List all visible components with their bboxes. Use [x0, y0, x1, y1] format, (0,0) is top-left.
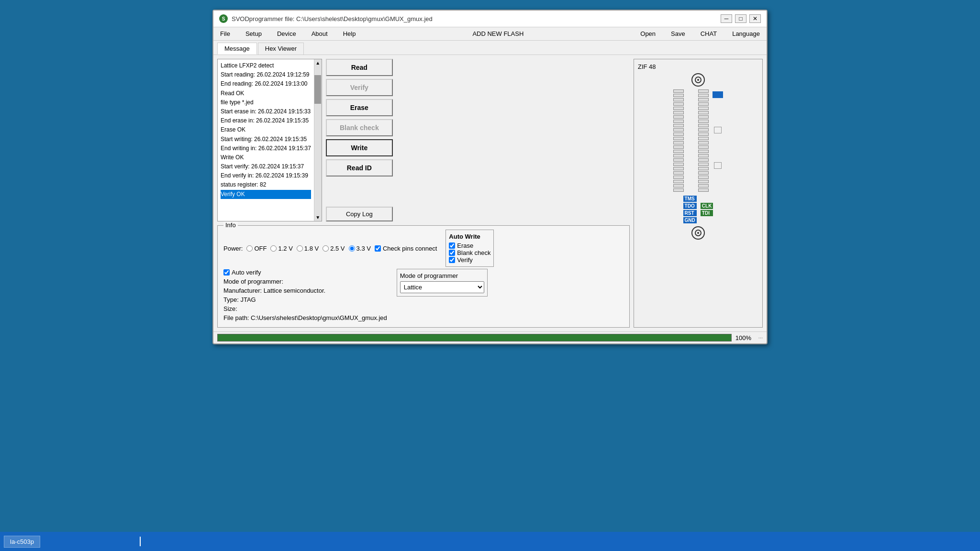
- log-scrollbar[interactable]: ▲ ▼: [314, 59, 322, 221]
- log-line: Start verify: 26.02.2024 19:15:37: [221, 162, 311, 171]
- power-label: Power:: [223, 245, 243, 252]
- maximize-button[interactable]: □: [735, 14, 746, 23]
- log-line: Start erase in: 26.02.2024 19:15:33: [221, 107, 311, 116]
- power-33v-option[interactable]: 3.3 V: [349, 245, 371, 252]
- size-label: Size:: [223, 305, 237, 312]
- log-line: End verify in: 26.02.2024 19:15:39: [221, 171, 311, 180]
- write-button[interactable]: Write: [326, 139, 393, 156]
- menu-save[interactable]: Save: [668, 29, 688, 38]
- erase-button[interactable]: Erase: [326, 99, 393, 116]
- info-left-details: Auto verify Mode of programmer: Manufact…: [223, 269, 387, 323]
- menu-about[interactable]: About: [309, 29, 331, 38]
- info-second-row: Auto verify Mode of programmer: Manufact…: [223, 269, 624, 323]
- power-18v-option[interactable]: 1.8 V: [297, 245, 319, 252]
- type-label: Type: JTAG: [223, 296, 256, 303]
- menu-open[interactable]: Open: [637, 29, 658, 38]
- auto-write-erase[interactable]: Erase: [449, 242, 490, 249]
- title-bar-left: S SVODprogrammer file: C:\Users\shelest\…: [219, 14, 433, 23]
- read-button[interactable]: Read: [326, 59, 393, 76]
- log-line: Erase OK: [221, 125, 311, 134]
- main-content: Lattice LFXP2 detect Start reading: 26.0…: [213, 55, 767, 331]
- auto-write-panel: Auto Write Erase Blank check Verify: [445, 230, 494, 267]
- info-legend: Info: [223, 221, 238, 229]
- zif-body: [673, 89, 723, 192]
- tms-label: TMS: [683, 196, 697, 202]
- manufacturer-label: Manufacturer: Lattice semiconductor.: [223, 287, 325, 294]
- mode-programmer-panel: Mode of programmer Lattice: [397, 269, 488, 297]
- menu-add-flash[interactable]: ADD NEW FLASH: [469, 29, 526, 38]
- progress-dots: ···: [758, 335, 763, 341]
- power-12v-option[interactable]: 1.2 V: [270, 245, 292, 252]
- tdo-label: TDO: [683, 203, 697, 209]
- log-line: Lattice LFXP2 detect: [221, 61, 311, 70]
- log-line: Start reading: 26.02.2024 19:12:59: [221, 70, 311, 79]
- title-bar: S SVODprogrammer file: C:\Users\shelest\…: [213, 11, 767, 27]
- app-icon: S: [219, 14, 228, 23]
- zif-panel: ZIF 48: [634, 59, 763, 328]
- taskbar-item[interactable]: la-c503p: [4, 536, 40, 548]
- file-path-row: File path: C:\Users\shelest\Desktop\gmux…: [223, 314, 387, 321]
- left-panel: Lattice LFXP2 detect Start reading: 26.0…: [217, 59, 630, 328]
- type-row: Type: JTAG: [223, 296, 387, 303]
- power-off-option[interactable]: OFF: [246, 245, 267, 252]
- zif-check-2: [714, 162, 722, 169]
- gnd-label: GND: [683, 217, 697, 223]
- main-window: S SVODprogrammer file: C:\Users\shelest\…: [212, 10, 768, 344]
- minimize-button[interactable]: ─: [721, 14, 732, 23]
- power-25v-option[interactable]: 2.5 V: [323, 245, 345, 252]
- log-line: Start writing: 26.02.2024 19:15:35: [221, 135, 311, 144]
- menu-help[interactable]: Help: [340, 29, 359, 38]
- check-pins-option[interactable]: Check pins connect: [375, 245, 437, 252]
- verify-button[interactable]: Verify: [326, 79, 393, 96]
- power-row: Power: OFF 1.2 V 1.8 V 2.5 V: [223, 230, 624, 267]
- mode-row: Mode of programmer:: [223, 278, 387, 285]
- menu-file[interactable]: File: [217, 29, 233, 38]
- menu-chat[interactable]: CHAT: [698, 29, 720, 38]
- log-line: End reading: 26.02.2024 19:13:00: [221, 79, 311, 88]
- zif-middle-spacer: [684, 89, 698, 192]
- zif-left-pins: [673, 89, 684, 192]
- log-content: Lattice LFXP2 detect Start reading: 26.0…: [218, 59, 314, 221]
- check-pins-label: Check pins connect: [383, 245, 437, 252]
- rst-label: RST: [683, 210, 697, 216]
- mode-programmer-select[interactable]: Lattice: [400, 281, 484, 293]
- size-row: Size:: [223, 305, 387, 312]
- action-buttons: Read Verify Erase Blank check Write Read…: [326, 59, 393, 221]
- zif-check-1: [714, 127, 722, 133]
- auto-verify-option[interactable]: Auto verify: [223, 269, 261, 276]
- tab-hex-viewer[interactable]: Hex Viewer: [258, 43, 304, 55]
- log-line: Read OK: [221, 89, 311, 98]
- auto-verify-row: Auto verify: [223, 269, 387, 276]
- mode-programmer-title: Mode of programmer: [400, 272, 484, 279]
- zif-blue-bar: [713, 91, 723, 98]
- window-title: SVODprogrammer file: C:\Users\shelest\De…: [232, 15, 433, 22]
- auto-write-blank-check[interactable]: Blank check: [449, 249, 490, 256]
- log-line: status register: 82: [221, 180, 311, 189]
- progress-bar: [217, 334, 732, 342]
- info-panel: Info Power: OFF 1.2 V 1.8 V: [217, 225, 630, 328]
- scrollbar-thumb[interactable]: [314, 75, 321, 104]
- right-chip-labels: CLK TDI: [701, 203, 713, 216]
- log-line: Write OK: [221, 153, 311, 162]
- menu-device[interactable]: Device: [274, 29, 299, 38]
- power-radio-group: OFF 1.2 V 1.8 V 2.5 V 3.3 V: [246, 245, 370, 252]
- read-id-button[interactable]: Read ID: [326, 159, 393, 176]
- mode-label: Mode of programmer:: [223, 278, 283, 285]
- log-line: End erase in: 26.02.2024 19:15:35: [221, 116, 311, 125]
- taskbar: la-c503p: [0, 532, 980, 551]
- manufacturer-row: Manufacturer: Lattice semiconductor.: [223, 287, 387, 294]
- close-button[interactable]: ✕: [749, 14, 761, 23]
- auto-write-verify[interactable]: Verify: [449, 256, 490, 264]
- copy-log-button[interactable]: Copy Log: [326, 207, 393, 221]
- menu-setup[interactable]: Setup: [243, 29, 265, 38]
- blank-check-button[interactable]: Blank check: [326, 119, 393, 136]
- log-line: End writing in: 26.02.2024 19:15:37: [221, 144, 311, 153]
- menu-language[interactable]: Language: [729, 29, 763, 38]
- zif-right-pins: [698, 89, 709, 192]
- tab-message[interactable]: Message: [217, 43, 257, 55]
- zif-title: ZIF 48: [638, 63, 656, 70]
- window-controls: ─ □ ✕: [721, 14, 761, 23]
- log-line-selected[interactable]: Verify OK: [221, 190, 311, 199]
- log-area: Lattice LFXP2 detect Start reading: 26.0…: [217, 59, 322, 221]
- progress-fill: [218, 334, 731, 341]
